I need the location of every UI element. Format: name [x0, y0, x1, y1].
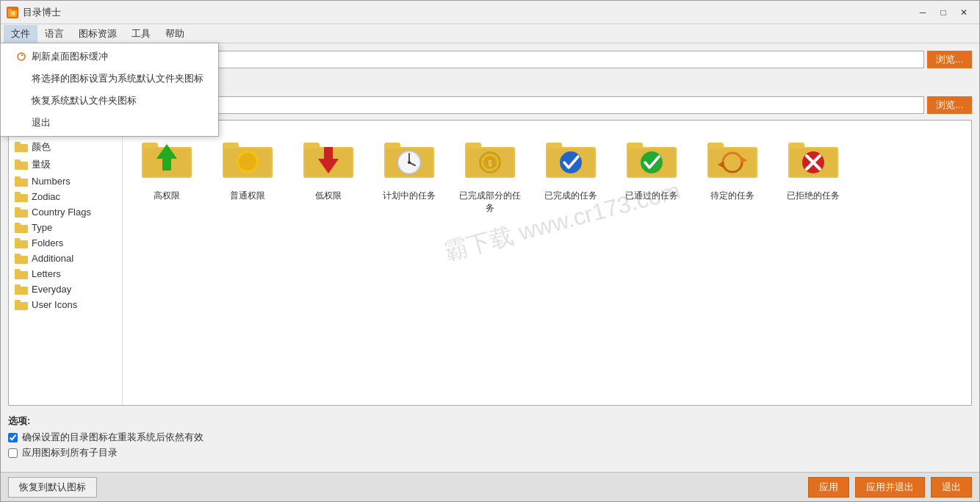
icon-passed-task[interactable]: 已通过的任务 [615, 128, 688, 219]
dropdown-exit-label: 退出 [32, 116, 51, 129]
category-type[interactable]: Type [9, 220, 122, 235]
menu-language[interactable]: 语言 [37, 25, 71, 43]
svg-point-24 [408, 161, 411, 164]
refresh-icon [15, 51, 27, 62]
menu-icon-resources[interactable]: 图标资源 [71, 25, 124, 43]
folder-icon [15, 142, 28, 152]
category-folders[interactable]: Folders [9, 235, 122, 251]
icon-img-high [140, 132, 193, 185]
icon-label-normal: 普通权限 [230, 190, 265, 202]
empty-icon3 [15, 117, 27, 129]
dropdown-exit[interactable]: 退出 [1, 112, 218, 134]
folder-icon [15, 192, 28, 202]
icon-img-cancelled [787, 132, 840, 185]
icon-label-planned: 计划中的任务 [383, 190, 436, 202]
bottom-right: 应用 应用并退出 退出 [808, 477, 972, 498]
category-letters[interactable]: Letters [9, 266, 122, 282]
icon-pending-task[interactable]: 待定的任务 [696, 128, 769, 219]
window-title: 目录博士 [23, 6, 61, 19]
window-controls: ─ □ ✕ [913, 3, 973, 22]
options-title: 选项: [8, 415, 972, 428]
menu-bar: 文件 语言 图标资源 工具 帮助 [1, 24, 979, 43]
category-user-icons[interactable]: User Icons [9, 297, 122, 312]
minimize-button[interactable]: ─ [913, 3, 932, 22]
dropdown-set-label: 将选择的图标设置为系统默认文件夹图标 [32, 72, 203, 85]
icon-label-pending: 待定的任务 [710, 190, 754, 202]
folder-icon [15, 207, 28, 218]
dropdown-restore-default[interactable]: 恢复系统默认文件夹图标 [1, 90, 218, 112]
menu-file[interactable]: 文件 [4, 25, 37, 43]
icon-img-planned [383, 132, 436, 185]
close-button[interactable]: ✕ [954, 3, 973, 22]
dropdown-restore-label: 恢复系统默认文件夹图标 [32, 94, 137, 107]
icon-img-low [302, 132, 355, 185]
category-zodiac[interactable]: Zodiac [9, 189, 122, 204]
options-section: 选项: 确保设置的目录图标在重装系统后依然有效 应用图标到所有子目录 [8, 412, 972, 465]
browse-button-icon[interactable]: 浏览... [927, 96, 972, 114]
icon-label-cancelled: 已拒绝的任务 [787, 190, 840, 202]
folder-icon [15, 254, 28, 264]
icon-cancelled-task[interactable]: 已拒绝的任务 [777, 128, 850, 219]
checkbox-apply-sub-label: 应用图标到所有子目录 [22, 446, 118, 459]
checkbox-apply-sub[interactable] [8, 448, 18, 458]
folder-icon [15, 284, 28, 295]
folder-icon [15, 269, 28, 279]
icon-label-passed: 已通过的任务 [625, 190, 678, 202]
icon-grid: 高权限 普通权限 [123, 121, 971, 405]
category-color[interactable]: 颜色 [9, 138, 122, 156]
dropdown-refresh-cache[interactable]: 刷新桌面图标缓冲 [1, 46, 218, 68]
icon-completed-task[interactable]: 已完成的任务 [534, 128, 608, 219]
title-left: 博 目录博士 [7, 6, 61, 19]
bottom-left: 恢复到默认图标 [8, 477, 97, 498]
icon-img-completed [544, 132, 597, 185]
folder-icon [15, 300, 28, 310]
folder-icon [15, 223, 28, 233]
title-bar: 博 目录博士 ─ □ ✕ [1, 1, 979, 24]
folder-icon [15, 159, 28, 170]
icon-browser: 工作 颜色 量级 Numbers Zodiac [8, 120, 972, 406]
icon-partial-task[interactable]: $ 已完成部分的任务 [453, 128, 527, 219]
icon-img-partial: $ [464, 132, 516, 185]
icon-normal-priority[interactable]: 普通权限 [211, 128, 284, 219]
icon-low-priority[interactable]: 低权限 [292, 128, 365, 219]
category-list: 工作 颜色 量级 Numbers Zodiac [9, 121, 123, 405]
icon-label-high: 高权限 [154, 190, 180, 202]
checkbox-apply-sub-row: 应用图标到所有子目录 [8, 446, 972, 459]
menu-tools[interactable]: 工具 [124, 25, 158, 43]
icon-label-completed: 已完成的任务 [544, 190, 597, 202]
apply-exit-button[interactable]: 应用并退出 [855, 477, 925, 498]
svg-point-12 [239, 153, 256, 171]
maximize-button[interactable]: □ [934, 3, 953, 22]
category-everyday[interactable]: Everyday [9, 282, 122, 297]
category-additional[interactable]: Additional [9, 251, 122, 266]
file-dropdown: 刷新桌面图标缓冲 将选择的图标设置为系统默认文件夹图标 恢复系统默认文件夹图标 … [0, 43, 219, 137]
icon-planned-task[interactable]: 计划中的任务 [372, 128, 446, 219]
dropdown-set-default[interactable]: 将选择的图标设置为系统默认文件夹图标 [1, 68, 218, 90]
category-country-flags[interactable]: Country Flags [9, 204, 122, 220]
dropdown-refresh-label: 刷新桌面图标缓冲 [32, 50, 108, 63]
icon-img-passed [625, 132, 678, 185]
category-numbers[interactable]: Numbers [9, 173, 122, 189]
apply-button[interactable]: 应用 [808, 477, 849, 498]
browse-button-upper[interactable]: 浏览... [927, 51, 972, 68]
checkbox-persist-label: 确保设置的目录图标在重装系统后依然有效 [22, 431, 203, 444]
empty-icon2 [15, 95, 27, 107]
icon-img-pending [706, 132, 759, 185]
restore-default-button[interactable]: 恢复到默认图标 [8, 477, 97, 498]
dropdown-menu: 刷新桌面图标缓冲 将选择的图标设置为系统默认文件夹图标 恢复系统默认文件夹图标 … [0, 43, 219, 137]
icon-label-low: 低权限 [315, 190, 342, 202]
app-icon: 博 [7, 7, 18, 18]
svg-text:博: 博 [10, 11, 15, 16]
folder-icon [15, 238, 28, 248]
main-window: 博 目录博士 ─ □ ✕ 文件 语言 图标资源 工具 帮助 [0, 0, 980, 502]
bottom-bar: 恢复到默认图标 应用 应用并退出 退出 [1, 472, 979, 501]
menu-help[interactable]: 帮助 [158, 25, 192, 43]
folder-icon [15, 176, 28, 187]
exit-button[interactable]: 退出 [931, 477, 972, 498]
icon-high-priority[interactable]: 高权限 [130, 128, 203, 219]
checkbox-persist[interactable] [8, 433, 18, 442]
icon-label-partial: 已完成部分的任务 [458, 190, 522, 215]
icon-img-normal [221, 132, 274, 185]
empty-icon [15, 73, 27, 85]
category-level[interactable]: 量级 [9, 156, 122, 173]
